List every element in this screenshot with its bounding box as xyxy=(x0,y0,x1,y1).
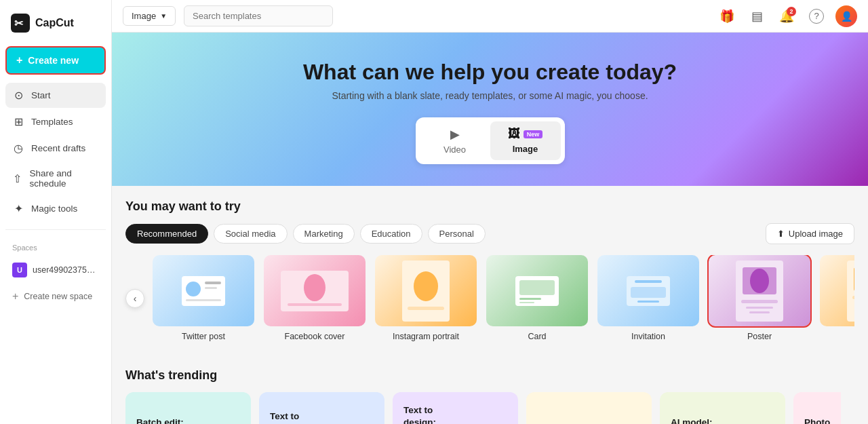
search-input[interactable] xyxy=(184,5,333,26)
layers-button[interactable]: ▤ xyxy=(746,5,768,27)
user-avatar[interactable]: 👤 xyxy=(835,5,857,27)
space-name: user499023750688... xyxy=(33,265,99,275)
start-icon: ⊙ xyxy=(12,89,24,102)
template-card-poster[interactable]: Poster xyxy=(709,255,810,341)
trending-card-bg-magic[interactable]: Background magic for products Try now › … xyxy=(526,392,652,424)
template-preview-instagram-portrait xyxy=(375,255,477,326)
try-section: You may want to try Recommended Social m… xyxy=(112,186,868,341)
filter-tab-marketing[interactable]: Marketing xyxy=(293,224,355,244)
trending-card-title: Text to image: paint with your words xyxy=(270,410,318,424)
trending-cards-row: Batch edit: your perfect time saver Try … xyxy=(125,392,841,424)
sidebar-item-magic-tools[interactable]: ✦ Magic tools xyxy=(5,196,106,221)
trending-section: What's trending Batch edit: your perfect… xyxy=(112,355,868,424)
trending-card-text-to-image[interactable]: Text to image: paint with your words Try… xyxy=(259,392,384,424)
trending-card-title: Text to design: create now, instant WOW xyxy=(403,404,452,424)
sidebar-nav: ⊙ Start ⊞ Templates ◷ Recent drafts ⇧ Sh… xyxy=(5,83,106,221)
sidebar-item-recent-drafts[interactable]: ◷ Recent drafts xyxy=(5,136,106,161)
trending-card-batch-edit[interactable]: Batch edit: your perfect time saver Try … xyxy=(125,392,251,424)
upload-image-button[interactable]: ⬆ Upload image xyxy=(766,223,854,244)
template-card-label: Instagram portrait xyxy=(393,332,459,341)
trending-card-text: Batch edit: your perfect time saver Try … xyxy=(136,417,184,424)
filter-button[interactable]: Image ▼ xyxy=(123,6,176,26)
trending-card-text: Text to image: paint with your words Try… xyxy=(270,410,318,424)
create-space-label: Create new space xyxy=(24,292,92,301)
template-card-label: Invitation xyxy=(631,332,665,341)
gift-button[interactable]: 🎁 xyxy=(716,5,738,27)
sidebar-item-label: Magic tools xyxy=(31,204,77,214)
main-area: Image ▼ 🎁 ▤ 🔔 2 ? 👤 W xyxy=(112,0,868,424)
magic-tools-icon: ✦ xyxy=(12,202,24,215)
template-preview-flyer xyxy=(820,255,854,326)
sidebar-item-label: Templates xyxy=(31,117,73,127)
template-preview-facebook-cover xyxy=(264,255,366,326)
help-icon: ? xyxy=(809,9,824,24)
user-avatar-placeholder: 👤 xyxy=(841,11,852,22)
create-new-label: Create new xyxy=(28,55,79,66)
sidebar-divider xyxy=(5,229,106,230)
sidebar-item-label: Share and schedule xyxy=(29,168,99,189)
sidebar-item-share-schedule[interactable]: ⇧ Share and schedule xyxy=(5,162,106,195)
svg-rect-15 xyxy=(519,298,541,300)
trending-card-title: Photo collage: craft your memories xyxy=(804,417,841,424)
trending-card-photo-collage[interactable]: Photo collage: craft your memories Try n… xyxy=(793,392,841,424)
hero-subtitle: Starting with a blank slate, ready templ… xyxy=(125,90,854,101)
svg-rect-12 xyxy=(408,307,444,310)
header-icons: 🎁 ▤ 🔔 2 ? 👤 xyxy=(716,5,857,27)
svg-point-8 xyxy=(304,274,326,301)
svg-rect-9 xyxy=(288,303,342,306)
hero-tab-video[interactable]: ▶ Video xyxy=(420,121,490,160)
capcut-logo-icon: ✂ xyxy=(11,14,30,33)
template-card-card[interactable]: Card xyxy=(486,255,588,341)
templates-prev-arrow[interactable]: ‹ xyxy=(125,289,144,308)
svg-rect-16 xyxy=(519,302,534,303)
create-space-button[interactable]: + Create new space xyxy=(5,286,106,307)
create-new-button[interactable]: + Create new xyxy=(5,46,106,75)
filter-tab-education[interactable]: Education xyxy=(360,224,422,244)
svg-rect-27 xyxy=(847,261,854,322)
notification-badge: 2 xyxy=(787,7,796,16)
sidebar: ✂ CapCut + Create new ⊙ Start ⊞ Template… xyxy=(0,0,112,424)
video-tab-label: Video xyxy=(443,144,466,155)
template-card-invitation[interactable]: Invitation xyxy=(597,255,699,341)
layers-icon: ▤ xyxy=(751,9,763,24)
space-avatar: U xyxy=(12,263,27,277)
template-card-label: Poster xyxy=(747,332,772,341)
notifications-button[interactable]: 🔔 2 xyxy=(776,5,797,27)
template-card-instagram-portrait[interactable]: Instagram portrait xyxy=(375,255,477,341)
trending-card-text: Text to design: create now, instant WOW … xyxy=(403,404,452,424)
spaces-label: Spaces xyxy=(5,241,106,254)
templates-row-container: ‹ Twitter post Facebook cover xyxy=(125,255,854,341)
template-card-twitter-post[interactable]: Twitter post xyxy=(153,255,254,341)
trending-card-text-to-design[interactable]: Text to design: create now, instant WOW … xyxy=(393,392,518,424)
try-section-title: You may want to try xyxy=(125,199,854,214)
content-area: What can we help you create today? Start… xyxy=(112,33,868,424)
upload-label: Upload image xyxy=(789,229,843,239)
template-card-facebook-cover[interactable]: Facebook cover xyxy=(264,255,366,341)
template-preview-card xyxy=(486,255,588,326)
app-logo: ✂ CapCut xyxy=(5,8,106,43)
svg-rect-20 xyxy=(637,301,659,303)
svg-rect-24 xyxy=(741,300,778,303)
help-button[interactable]: ? xyxy=(806,5,827,27)
filter-tab-personal[interactable]: Personal xyxy=(428,224,486,244)
sidebar-item-templates[interactable]: ⊞ Templates xyxy=(5,109,106,134)
image-tab-icon: 🖼 xyxy=(508,127,520,141)
filter-tab-social-media[interactable]: Social media xyxy=(214,224,287,244)
template-preview-invitation xyxy=(597,255,699,326)
sidebar-item-label: Start xyxy=(31,90,51,100)
svg-rect-6 xyxy=(186,299,221,301)
hero-tab-image[interactable]: 🖼 New Image xyxy=(490,121,561,160)
trending-card-text: AI model: fashion ads in clicks Try now … xyxy=(671,417,719,424)
templates-icon: ⊞ xyxy=(12,115,24,128)
template-card-label: Facebook cover xyxy=(285,332,345,341)
svg-rect-28 xyxy=(854,267,854,291)
svg-rect-26 xyxy=(749,311,770,313)
template-card-flyer[interactable]: Flyer xyxy=(820,255,854,341)
app-name: CapCut xyxy=(35,17,74,29)
space-item-user[interactable]: U user499023750688... xyxy=(5,257,106,283)
trending-card-ai-model[interactable]: AI model: fashion ads in clicks Try now … xyxy=(660,392,785,424)
sidebar-item-start[interactable]: ⊙ Start xyxy=(5,83,106,108)
plus-icon: + xyxy=(16,54,22,66)
filter-tab-recommended[interactable]: Recommended xyxy=(125,224,208,244)
template-card-label: Card xyxy=(528,332,546,341)
